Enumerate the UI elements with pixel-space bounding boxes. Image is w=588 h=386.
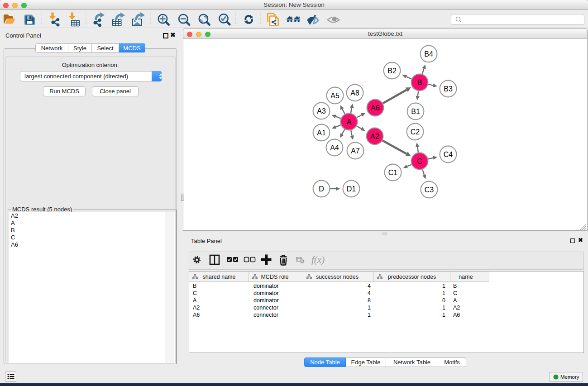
svg-text:C3: C3 [425, 186, 434, 194]
svg-text:MCDS role: MCDS role [261, 274, 288, 280]
svg-text:D: D [319, 185, 324, 193]
svg-text:B: B [193, 283, 196, 289]
svg-text:C: C [453, 290, 457, 296]
svg-text:dominator: dominator [253, 297, 279, 304]
svg-text:dominator: dominator [253, 290, 279, 296]
svg-text:C4: C4 [444, 151, 453, 158]
svg-text:4: 4 [368, 283, 371, 289]
svg-text:Memory: Memory [560, 374, 579, 380]
svg-text:successor nodes: successor nodes [316, 274, 359, 280]
svg-text:B1: B1 [411, 108, 420, 115]
svg-text:4: 4 [368, 290, 371, 296]
svg-text:A7: A7 [351, 147, 360, 155]
svg-text:8: 8 [368, 297, 371, 304]
svg-text:A2: A2 [370, 133, 379, 140]
svg-text:A6: A6 [193, 312, 200, 318]
svg-text:dominator: dominator [253, 283, 279, 289]
svg-text:A8: A8 [350, 89, 359, 97]
svg-text:shared name: shared name [203, 274, 236, 280]
svg-text:connector: connector [253, 312, 278, 318]
svg-text:connector: connector [253, 305, 278, 311]
svg-text:1: 1 [442, 305, 445, 311]
svg-text:0: 0 [442, 297, 445, 304]
svg-text:A2: A2 [453, 305, 460, 311]
svg-text:D1: D1 [347, 185, 356, 193]
svg-text:1: 1 [442, 290, 445, 296]
svg-text:A: A [347, 118, 352, 126]
svg-text:B4: B4 [424, 50, 433, 58]
svg-text:A6: A6 [453, 312, 460, 318]
svg-text:A6: A6 [371, 104, 380, 112]
svg-text:C: C [417, 157, 422, 165]
svg-text:B: B [417, 79, 422, 86]
svg-text:B: B [453, 283, 457, 289]
svg-text:C1: C1 [388, 169, 398, 176]
svg-text:f(x): f(x) [311, 254, 325, 265]
svg-text:name: name [459, 274, 473, 280]
svg-text:A1: A1 [317, 129, 326, 137]
svg-text:1: 1 [368, 305, 371, 311]
svg-text:1: 1 [442, 283, 445, 289]
svg-text:B3: B3 [444, 85, 453, 93]
svg-text:A5: A5 [330, 92, 339, 100]
svg-text:A4: A4 [330, 144, 339, 152]
svg-text:A: A [193, 297, 197, 304]
svg-text:A2: A2 [193, 305, 200, 311]
svg-text:1: 1 [368, 312, 371, 318]
svg-text:C2: C2 [411, 128, 420, 136]
svg-text:B2: B2 [387, 67, 397, 75]
svg-text:C: C [193, 290, 197, 296]
svg-text:A3: A3 [317, 107, 326, 115]
svg-text:1: 1 [442, 312, 445, 318]
svg-text:A: A [453, 297, 457, 304]
svg-text:predecessor nodes: predecessor nodes [388, 274, 436, 280]
